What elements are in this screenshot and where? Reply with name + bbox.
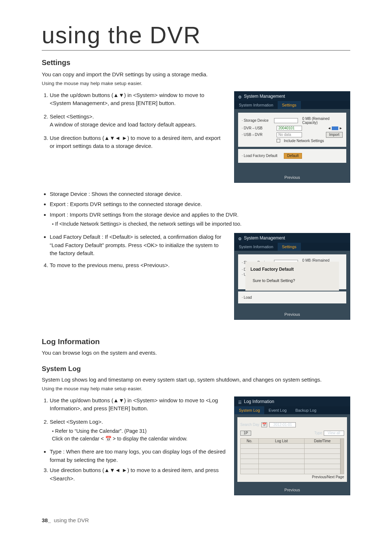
step-2a: Select <Settings>. — [50, 113, 94, 120]
dialog-message: Sure to Default Setting? — [250, 278, 334, 283]
syslog-step-1: Use the up/down buttons (▲▼) in <System>… — [50, 396, 226, 413]
settings-steps: Use the up/down buttons (▲▼) in <System>… — [42, 91, 226, 150]
table-row — [241, 459, 340, 464]
col-no: No. — [241, 438, 259, 443]
page-number: 38_ — [42, 517, 51, 523]
system-management-panel-modal: System Management System Information Set… — [234, 233, 350, 320]
log-information-heading: Log Information — [42, 337, 350, 346]
system-log-heading: System Log — [42, 365, 350, 373]
log-panel-titlebar: Log Information — [234, 397, 350, 406]
export-progress: ◄► — [327, 126, 343, 130]
panel-tabs: System Information Settings — [234, 101, 350, 109]
search-date-field[interactable]: 2012-01-01 — [269, 422, 296, 427]
lfd-label: · Load Factory Default — [242, 154, 282, 158]
settings-mouse-hint: Using the mouse may help make setup easi… — [42, 81, 350, 86]
tab-settings-2[interactable]: Settings — [278, 243, 301, 251]
log-table: No. Log List Date/Time — [240, 438, 340, 474]
list-icon — [238, 400, 242, 403]
table-row — [241, 448, 340, 454]
log-panel-title: Log Information — [244, 399, 274, 404]
tab-event-log[interactable]: Event Log — [264, 406, 291, 414]
col-datetime: Date/Time — [305, 438, 340, 443]
system-management-panel: System Management System Information Set… — [234, 91, 350, 183]
usb-dvr-label: · USB→DVR — [242, 133, 274, 137]
dvr-usb-label: · DVR→USB — [242, 126, 274, 130]
type-label: Type — [314, 431, 322, 435]
panel-titlebar-2: System Management — [234, 233, 350, 243]
panel-title: System Management — [244, 94, 285, 99]
tab-settings[interactable]: Settings — [278, 101, 301, 109]
step-2: Select <Settings>. A window of storage d… — [50, 113, 226, 129]
settings-intro: You can copy and import the DVR settings… — [42, 70, 350, 78]
syslog-step-2c-text: Click on the calendar < 📅 > to display t… — [52, 436, 187, 442]
chapter-title: using the DVR — [42, 22, 350, 49]
title-divider — [42, 50, 350, 51]
previous-button-2[interactable]: Previous — [285, 312, 300, 317]
table-scrollbar[interactable] — [340, 438, 344, 474]
dialog-title: Load Factory Default — [250, 267, 334, 272]
type-select[interactable]: View all — [324, 431, 344, 436]
bullet-storage: Storage Device : Shows the connected sto… — [50, 190, 350, 198]
bullet-import: Import : Imports DVR settings from the s… — [50, 211, 350, 228]
settings-bullets: Storage Device : Shows the connected sto… — [42, 190, 350, 228]
syslog-step-2b-text: Refer to “Using the Calendar”. (Page 31) — [55, 428, 147, 434]
panel-title-2: System Management — [244, 235, 285, 241]
gear-icon — [238, 236, 242, 240]
calendar-icon[interactable]: 📅 — [261, 422, 267, 427]
syslog-bullet-type: Type : When there are too many logs, you… — [50, 448, 226, 464]
log-information-panel: Log Information System Log Event Log Bac… — [234, 396, 350, 495]
import-button[interactable]: Import — [326, 132, 343, 138]
syslog-step-3: Use direction buttons (▲▼◄ ►) to move to… — [50, 466, 226, 483]
storage-card: · Storage Device 0 MB (Remained Capacity… — [238, 113, 346, 147]
capacity-text: 0 MB (Remained Capacity) — [302, 117, 343, 125]
include-network-label: Include Network Settings — [284, 139, 324, 143]
dvr-usb-field[interactable]: 20040101 — [277, 126, 302, 131]
syslog-step-2: Select <System Log>. Refer to “Using the… — [50, 418, 226, 443]
bullet-lfd: Load Factory Default : If <Default> is s… — [50, 233, 226, 258]
table-row — [241, 469, 340, 474]
prev-next-page[interactable]: Previous/Next Page — [240, 475, 344, 479]
step-2b: A window of storage device and load fact… — [50, 121, 196, 128]
tab-system-log[interactable]: System Log — [234, 406, 264, 414]
previous-button-3[interactable]: Previous — [285, 488, 300, 492]
bullet-import-text: Import : Imports DVR settings from the s… — [50, 211, 238, 218]
tab-system-information[interactable]: System Information — [234, 101, 278, 109]
table-row — [241, 443, 340, 448]
step-1: Use the up/down buttons (▲▼) in <System>… — [50, 91, 226, 108]
storage-device-label: · Storage Device — [242, 118, 272, 122]
system-log-intro: System Log shows log and timestamp on ev… — [42, 376, 350, 384]
gear-icon — [238, 94, 242, 98]
footer-chapter: using the DVR — [54, 517, 89, 523]
load-factory-card: · Load Factory Default Default — [238, 149, 346, 163]
syslog-step-2a: Select <System Log>. — [50, 419, 103, 425]
tab-system-information-2[interactable]: System Information — [234, 243, 278, 251]
settings-bullets2: Load Factory Default : If <Default> is s… — [42, 233, 226, 258]
bullet-import-note: If <Include Network Settings> is checked… — [52, 220, 350, 228]
panel-titlebar: System Management — [234, 92, 350, 101]
include-network-checkbox[interactable] — [277, 139, 280, 142]
bullet-export: Export : Exports DVR settings to the con… — [50, 200, 350, 209]
table-row — [241, 454, 340, 459]
settings-heading: Settings — [42, 59, 350, 67]
system-log-mouse-hint: Using the mouse may help make setup easi… — [42, 386, 350, 391]
search-day-label: Search Day — [240, 423, 259, 427]
syslog-step-2b: Refer to “Using the Calendar”. (Page 31)… — [52, 427, 226, 443]
load-factory-default-dialog: Load Factory Default Sure to Default Set… — [245, 262, 339, 291]
default-button[interactable]: Default — [284, 153, 302, 159]
col-loglist: Log List — [258, 438, 305, 443]
load-stub: · Load — [242, 295, 274, 299]
storage-device-field[interactable] — [274, 118, 298, 123]
usb-dvr-field[interactable]: No data — [277, 132, 302, 137]
log-information-intro: You can browse logs on the system and ev… — [42, 349, 350, 357]
tab-backup-log[interactable]: Backup Log — [291, 406, 321, 414]
step-4: To move to the previous menu, press <Pre… — [50, 261, 226, 270]
table-row — [241, 464, 340, 469]
step-3: Use direction buttons (▲▼◄ ►) to move to… — [50, 134, 226, 150]
page-indicator[interactable]: 1P — [240, 431, 251, 436]
previous-button[interactable]: Previous — [285, 175, 300, 180]
